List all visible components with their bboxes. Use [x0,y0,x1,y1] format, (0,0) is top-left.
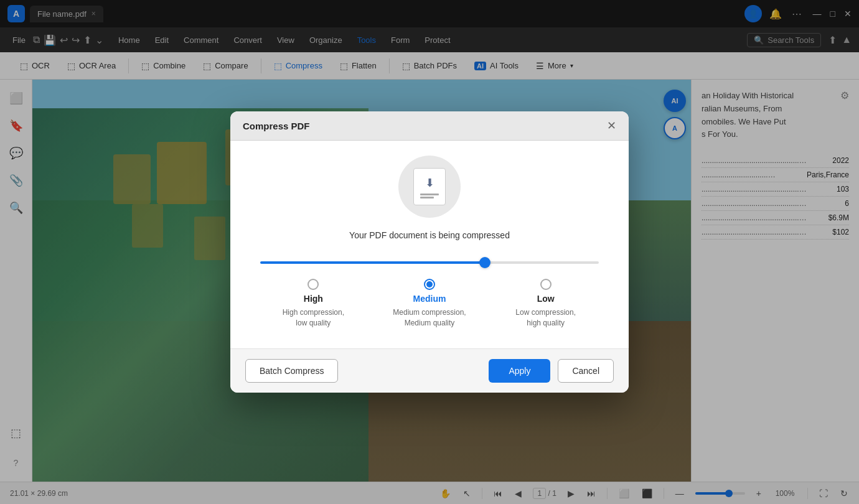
apply-button[interactable]: Apply [489,359,550,383]
pdf-icon-circle: ⬇ [398,156,461,218]
dialog-body: ⬇ Your PDF document is being compressed [230,141,629,348]
doc-line-2 [420,197,434,198]
pdf-document-icon: ⬇ [413,168,446,205]
quality-option-low[interactable]: Low Low compression,high quality [487,279,604,329]
quality-option-high[interactable]: High High compression,low quality [255,279,372,329]
quality-high-label: High [304,294,323,304]
pdf-doc-lines [420,192,439,200]
quality-medium-desc: Medium compression,Medium quality [393,307,466,329]
compression-slider[interactable] [260,261,599,264]
footer-right-buttons: Apply Cancel [489,359,614,383]
dialog-close-button[interactable]: ✕ [607,120,616,131]
quality-high-desc: High compression,low quality [283,307,344,329]
dialog-header: Compress PDF ✕ [230,111,629,141]
doc-line-1 [420,194,439,195]
dialog-icon-area: ⬇ [250,156,609,218]
batch-compress-button[interactable]: Batch Compress [245,359,338,383]
quality-low-radio[interactable] [540,279,552,290]
dialog-status-text: Your PDF document is being compressed [250,230,609,240]
quality-medium-label: Medium [413,294,446,304]
compress-arrow-icon: ⬇ [425,176,434,190]
compression-slider-container [250,255,609,266]
quality-medium-radio-inner [426,281,433,287]
modal-overlay: Compress PDF ✕ ⬇ Your PDF document [0,0,859,504]
quality-low-desc: Low compression,high quality [515,307,576,329]
quality-high-radio[interactable] [307,279,319,290]
quality-options: High High compression,low quality Medium… [250,279,609,329]
compress-dialog: Compress PDF ✕ ⬇ Your PDF document [230,111,629,393]
cancel-button[interactable]: Cancel [558,359,614,383]
quality-medium-radio[interactable] [424,279,435,290]
dialog-title: Compress PDF [243,121,310,131]
quality-low-label: Low [537,294,555,304]
dialog-footer: Batch Compress Apply Cancel [230,348,629,393]
quality-option-medium[interactable]: Medium Medium compression,Medium quality [372,279,488,329]
